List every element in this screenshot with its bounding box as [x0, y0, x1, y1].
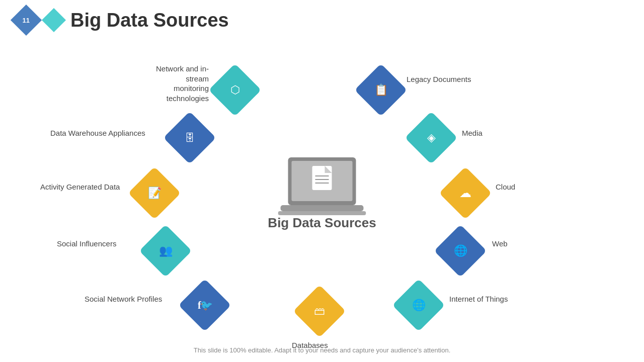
warehouse-icon: 🗄 [185, 132, 195, 144]
social-network-diamond: f🐦 [179, 279, 231, 332]
network-icon-container: ⬡ [216, 71, 254, 109]
cloud-diamond: ☁ [439, 167, 492, 220]
web-label: Web [492, 239, 508, 249]
social-influencers-diamond: 👥 [139, 225, 192, 278]
warehouse-icon-container: 🗄 [171, 119, 208, 156]
main-diagram: Big Data Sources ⬡ Network and in-stream… [0, 36, 644, 358]
legacy-icon: 📋 [374, 83, 388, 97]
warehouse-diamond: 🗄 [164, 112, 216, 164]
social-network-label: Social Network Profiles [85, 294, 162, 304]
footer-note: This slide is 100% editable. Adapt it to… [0, 346, 644, 354]
network-icon: ⬡ [230, 83, 240, 97]
social-influencers-icon-container: 👥 [147, 232, 184, 269]
center-label: Big Data Sources [268, 215, 376, 231]
slide-number: 11 [23, 17, 30, 24]
cloud-icon-container: ☁ [447, 174, 484, 212]
iot-icon: 🌐 [412, 299, 426, 312]
media-icon: ◈ [427, 131, 436, 144]
activity-icon: 📝 [148, 187, 162, 200]
web-icon-container: 🌐 [442, 232, 479, 269]
iot-label: Internet of Things [449, 294, 508, 304]
activity-diamond: 📝 [128, 167, 181, 220]
svg-rect-2 [312, 166, 332, 190]
media-icon-container: ◈ [413, 119, 450, 156]
laptop-icon [278, 152, 366, 223]
activity-label: Activity Generated Data [40, 182, 120, 192]
svg-rect-8 [278, 211, 366, 215]
diamond-accent-icon [42, 8, 66, 32]
cloud-label: Cloud [496, 182, 515, 192]
databases-icon: 🗃 [314, 305, 325, 318]
media-label: Media [462, 128, 482, 138]
social-network-icon-container: f🐦 [186, 287, 223, 324]
databases-icon-container: 🗃 [301, 293, 338, 330]
slide-number-badge: 11 [11, 5, 42, 36]
warehouse-label: Data Warehouse Appliances [50, 128, 145, 138]
svg-rect-7 [281, 205, 364, 211]
media-diamond: ◈ [405, 112, 458, 164]
legacy-label: Legacy Documents [407, 74, 471, 84]
cloud-icon: ☁ [459, 186, 471, 200]
web-diamond: 🌐 [434, 225, 487, 278]
header: 11 Big Data Sources [0, 0, 644, 31]
network-label: Network and in-streammonitoring technolo… [133, 64, 209, 103]
iot-icon-container: 🌐 [400, 287, 437, 324]
web-icon: 🌐 [454, 244, 467, 257]
page-title: Big Data Sources [70, 10, 229, 31]
activity-icon-container: 📝 [136, 174, 173, 212]
databases-diamond: 🗃 [293, 285, 346, 338]
legacy-diamond: 📋 [355, 64, 408, 117]
social-influencers-label: Social Influencers [57, 239, 116, 249]
laptop-center [278, 152, 366, 223]
social-influencers-icon: 👥 [159, 244, 173, 257]
iot-diamond: 🌐 [392, 279, 445, 332]
legacy-icon-container: 📋 [362, 71, 399, 109]
social-network-icon: f🐦 [198, 299, 212, 311]
network-diamond: ⬡ [209, 64, 262, 117]
